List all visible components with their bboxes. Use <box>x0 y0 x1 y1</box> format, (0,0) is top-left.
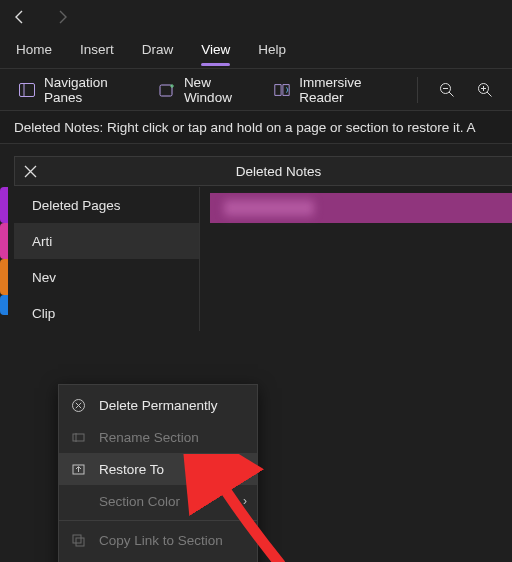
info-text: Deleted Notes: Right click or tap and ho… <box>14 120 476 135</box>
svg-rect-15 <box>76 538 84 546</box>
new-window-label: New Window <box>184 75 253 105</box>
ctx-color-label: Section Color <box>99 494 180 509</box>
close-button[interactable] <box>15 156 45 186</box>
color-chip-pink[interactable] <box>0 223 8 259</box>
ctx-section-color: Section Color › <box>59 485 257 517</box>
ctx-rename-label: Rename Section <box>99 430 199 445</box>
tab-help[interactable]: Help <box>258 42 286 60</box>
ctx-rename-section: Rename Section <box>59 421 257 453</box>
svg-rect-14 <box>73 535 81 543</box>
immersive-reader-button[interactable]: Immersive Reader <box>267 71 403 109</box>
svg-line-4 <box>449 92 454 97</box>
delete-icon <box>69 396 87 414</box>
content-area: Deleted Notes Deleted Pages Arti Nev Cli… <box>0 144 512 562</box>
zoom-in-icon <box>476 81 494 99</box>
sidebar: Deleted Pages Arti Nev Clip <box>14 187 200 331</box>
sidebar-item-1[interactable]: Nev <box>14 259 199 295</box>
forward-button[interactable] <box>48 3 76 31</box>
zoom-out-icon <box>438 81 456 99</box>
chevron-right-icon: › <box>243 494 247 508</box>
tab-home[interactable]: Home <box>16 42 52 60</box>
section-color-strip <box>0 187 8 315</box>
page-item[interactable] <box>210 193 512 223</box>
tabs-bar: Home Insert Draw View Help <box>0 34 512 68</box>
svg-rect-2 <box>160 85 172 96</box>
zoom-in-button[interactable] <box>470 77 500 103</box>
ctx-copy-label: Copy Link to Section <box>99 533 223 548</box>
section-tab-header: Deleted Notes <box>14 156 512 186</box>
ctx-delete-label: Delete Permanently <box>99 398 218 413</box>
color-icon <box>69 492 87 510</box>
panes-icon <box>18 81 36 99</box>
restore-icon <box>69 460 87 478</box>
new-window-icon <box>158 81 176 99</box>
context-menu: Delete Permanently Rename Section Restor… <box>58 384 258 562</box>
page-title-redacted <box>224 200 314 216</box>
new-window-button[interactable]: New Window <box>152 71 259 109</box>
section-title: Deleted Notes <box>45 164 512 179</box>
ctx-delete-permanently[interactable]: Delete Permanently <box>59 389 257 421</box>
svg-rect-0 <box>20 83 35 96</box>
title-bar <box>0 0 512 34</box>
ribbon: Navigation Panes New Window Immersive Re… <box>0 68 512 110</box>
ctx-pin-section[interactable]: Pin Section to Start <box>59 556 257 562</box>
immersive-reader-icon <box>273 81 291 99</box>
sidebar-heading[interactable]: Deleted Pages <box>14 187 199 223</box>
svg-rect-11 <box>73 434 84 441</box>
color-chip-purple[interactable] <box>0 187 8 223</box>
sidebar-item-2[interactable]: Clip <box>14 295 199 331</box>
tab-view[interactable]: View <box>201 42 230 60</box>
sidebar-item-0[interactable]: Arti <box>14 223 199 259</box>
ctx-separator <box>59 520 257 521</box>
link-icon <box>69 531 87 549</box>
navigation-panes-button[interactable]: Navigation Panes <box>12 71 144 109</box>
info-bar: Deleted Notes: Right click or tap and ho… <box>0 110 512 144</box>
ribbon-separator <box>417 77 418 103</box>
svg-line-7 <box>487 92 492 97</box>
color-chip-orange[interactable] <box>0 259 8 295</box>
tab-insert[interactable]: Insert <box>80 42 114 60</box>
zoom-out-button[interactable] <box>432 77 462 103</box>
back-button[interactable] <box>6 3 34 31</box>
navigation-panes-label: Navigation Panes <box>44 75 138 105</box>
tab-draw[interactable]: Draw <box>142 42 174 60</box>
ctx-restore-label: Restore To <box>99 462 164 477</box>
page-list <box>210 193 512 223</box>
ctx-restore-to[interactable]: Restore To <box>59 453 257 485</box>
color-chip-blue[interactable] <box>0 295 8 315</box>
rename-icon <box>69 428 87 446</box>
immersive-reader-label: Immersive Reader <box>299 75 397 105</box>
ctx-copy-link: Copy Link to Section <box>59 524 257 556</box>
